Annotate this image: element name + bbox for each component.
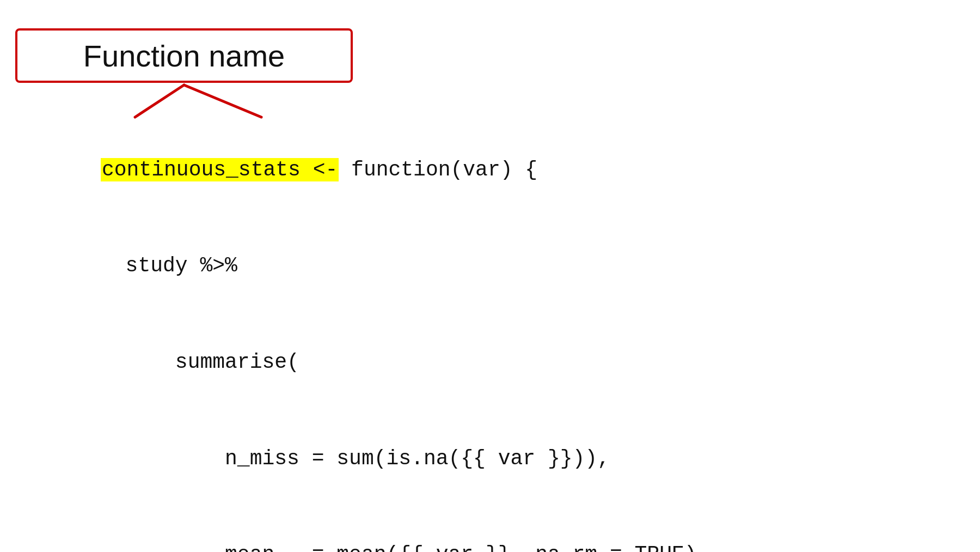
function-name-box: Function name: [15, 28, 353, 83]
function-name-label: Function name: [83, 38, 285, 74]
code-line-1: continuous_stats <- function(var) {: [101, 154, 734, 186]
page-container: Function name continuous_stats <- functi…: [0, 0, 980, 552]
code-line-2: study %>%: [101, 250, 734, 282]
code-line-3: summarise(: [101, 347, 734, 379]
code-block: continuous_stats <- function(var) { stud…: [101, 90, 734, 552]
code-line-5: mean = mean({{ var }}, na.rm = TRUE),: [101, 539, 734, 552]
function-name-code: continuous_stats <-: [101, 158, 339, 181]
code-line-4: n_miss = sum(is.na({{ var }})),: [101, 443, 734, 475]
